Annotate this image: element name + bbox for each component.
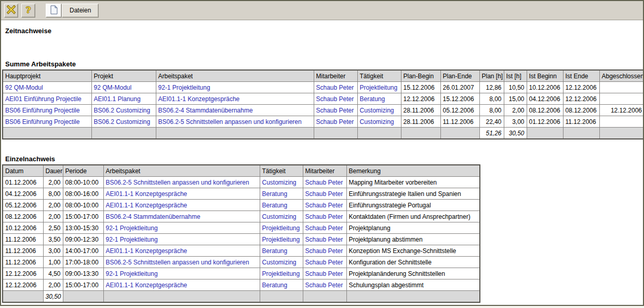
summary-total-row: 51,26 30,50 xyxy=(3,128,644,139)
datum-cell: 05.12.2006 xyxy=(3,200,43,211)
hauptprojekt-link[interactable]: AEI01 Einführung Projectile xyxy=(3,93,91,105)
taetigkeit-link[interactable]: Customizing xyxy=(357,116,401,128)
mitarbeiter-link[interactable]: Schaub Peter xyxy=(303,177,346,188)
taetigkeit-link[interactable]: Beratung xyxy=(260,188,303,200)
periode-cell: 08:00-10:00 xyxy=(63,200,103,211)
hauptprojekt-link[interactable]: 92 QM-Modul xyxy=(3,82,91,93)
mitarbeiter-link[interactable]: Schaub Peter xyxy=(303,257,346,268)
col-header-ist-ende: Ist Ende xyxy=(563,70,599,82)
projekt-link[interactable]: 92 QM-Modul xyxy=(91,82,156,93)
taetigkeit-link[interactable]: Projektleitung xyxy=(260,222,303,234)
mitarbeiter-link[interactable]: Schaub Peter xyxy=(314,105,357,116)
ist-h-cell: 15,00 xyxy=(504,93,527,105)
dateien-button[interactable]: Dateien xyxy=(62,4,99,18)
empty-cell xyxy=(527,128,563,139)
plan-h-cell: 8,00 xyxy=(479,105,504,116)
empty-cell xyxy=(563,128,599,139)
table-row: 05.12.2006 2,00 08:00-10:00 AEI01.1-1 Ko… xyxy=(3,200,480,211)
arbeitspaket-link[interactable]: 92-1 Projektleitung xyxy=(103,234,260,245)
arbeitspaket-link[interactable]: BS06.2-4 Stammdatenübernahme xyxy=(103,211,260,222)
hauptprojekt-link[interactable]: BS06 Einführung Projectile xyxy=(3,105,91,116)
mitarbeiter-link[interactable]: Schaub Peter xyxy=(303,222,346,234)
mitarbeiter-link[interactable]: Schaub Peter xyxy=(314,116,357,128)
hauptprojekt-link[interactable]: BS06 Einführung Projectile xyxy=(3,116,91,128)
help-icon: ? xyxy=(26,6,31,15)
projekt-link[interactable]: BS06.2 Customizing xyxy=(91,116,156,128)
col-header-hauptprojekt: Hauptprojekt xyxy=(3,70,91,82)
dauer-cell: 2,00 xyxy=(43,177,63,188)
ist-beginn-cell: 01.12.2006 xyxy=(527,116,563,128)
taetigkeit-link[interactable]: Beratung xyxy=(260,200,303,211)
taetigkeit-link[interactable]: Customizing xyxy=(260,211,303,222)
arbeitspaket-link[interactable]: AEI01.1-1 Konzeptgespräche xyxy=(103,279,260,291)
taetigkeit-link[interactable]: Customizing xyxy=(357,105,401,116)
help-button[interactable]: ? xyxy=(21,4,35,18)
datum-cell: 08.12.2006 xyxy=(3,211,43,222)
periode-cell: 09:00-13:30 xyxy=(63,268,103,279)
document-button[interactable] xyxy=(46,4,62,18)
dauer-cell: 1,00 xyxy=(43,257,63,268)
periode-cell: 09:00-12:30 xyxy=(63,234,103,245)
mitarbeiter-link[interactable]: Schaub Peter xyxy=(303,200,346,211)
page-title: Zeitnachweise xyxy=(5,27,639,35)
col-header-taetigkeit: Tätigkeit xyxy=(260,165,303,177)
empty-cell xyxy=(260,291,303,303)
projekt-link[interactable]: AEI01.1 Planung xyxy=(91,93,156,105)
mitarbeiter-link[interactable]: Schaub Peter xyxy=(303,245,346,257)
empty-cell xyxy=(156,128,314,139)
mitarbeiter-link[interactable]: Schaub Peter xyxy=(303,211,346,222)
arbeitspaket-link[interactable]: AEI01.1-1 Konzeptgespräche xyxy=(103,188,260,200)
mitarbeiter-link[interactable]: Schaub Peter xyxy=(303,268,346,279)
bemerkung-cell: Einführungsstrategie Italien und Spanien xyxy=(346,188,480,200)
col-header-plan-h: Plan [h] xyxy=(479,70,504,82)
arbeitspaket-link[interactable]: 92-1 Projektleitung xyxy=(156,82,314,93)
col-header-projekt: Projekt xyxy=(91,70,156,82)
col-header-dauer: Dauer xyxy=(43,165,63,177)
arbeitspaket-link[interactable]: BS06.2-4 Stammdatenübernahme xyxy=(156,105,314,116)
dauer-cell: 4,50 xyxy=(43,268,63,279)
bemerkung-cell: Projektplanänderung Schnittstellen xyxy=(346,268,480,279)
taetigkeit-link[interactable]: Customizing xyxy=(260,177,303,188)
arbeitspaket-link[interactable]: BS06.2-5 Schnittstellen anpassen und kon… xyxy=(156,116,314,128)
datum-cell: 04.12.2006 xyxy=(3,188,43,200)
dauer-cell: 2,00 xyxy=(43,200,63,211)
taetigkeit-link[interactable]: Projektleitung xyxy=(260,234,303,245)
datum-cell: 12.12.2006 xyxy=(3,268,43,279)
ist-h-cell: 10,50 xyxy=(504,82,527,93)
arbeitspaket-link[interactable]: BS06.2-5 Schnittstellen anpassen und kon… xyxy=(103,257,260,268)
empty-cell xyxy=(599,128,644,139)
dauer-cell: 3,00 xyxy=(43,245,63,257)
taetigkeit-link[interactable]: Beratung xyxy=(260,245,303,257)
mitarbeiter-link[interactable]: Schaub Peter xyxy=(314,82,357,93)
close-button[interactable] xyxy=(4,4,18,18)
plan-begin-cell: 28.11.2006 xyxy=(401,105,440,116)
taetigkeit-link[interactable]: Beratung xyxy=(357,93,401,105)
taetigkeit-link[interactable]: Beratung xyxy=(260,279,303,291)
mitarbeiter-link[interactable]: Schaub Peter xyxy=(303,188,346,200)
arbeitspaket-link[interactable]: BS06.2-5 Schnittstellen anpassen und kon… xyxy=(103,177,260,188)
mitarbeiter-link[interactable]: Schaub Peter xyxy=(303,279,346,291)
detail-table-title: Einzelnachweis xyxy=(5,155,639,163)
taetigkeit-link[interactable]: Projektleitung xyxy=(260,268,303,279)
detail-header-row: Datum Dauer Periode Arbeitspaket Tätigke… xyxy=(3,165,480,177)
arbeitspaket-link[interactable]: AEI01.1-1 Konzeptgespräche xyxy=(156,93,314,105)
table-row: 11.12.2006 3,50 09:00-12:30 92-1 Projekt… xyxy=(3,234,480,245)
empty-cell xyxy=(314,128,357,139)
dauer-cell: 3,50 xyxy=(43,234,63,245)
projekt-link[interactable]: BS06.2 Customizing xyxy=(91,105,156,116)
dauer-cell: 8,00 xyxy=(43,188,63,200)
arbeitspaket-link[interactable]: AEI01.1-1 Konzeptgespräche xyxy=(103,200,260,211)
taetigkeit-link[interactable]: Customizing xyxy=(260,257,303,268)
arbeitspaket-link[interactable]: 92-1 Projektleitung xyxy=(103,222,260,234)
periode-cell: 15:00-17:00 xyxy=(63,279,103,291)
arbeitspaket-link[interactable]: AEI01.1-1 Konzeptgespräche xyxy=(103,245,260,257)
mitarbeiter-link[interactable]: Schaub Peter xyxy=(314,93,357,105)
taetigkeit-link[interactable]: Projektleitung xyxy=(357,82,401,93)
close-icon xyxy=(6,5,16,16)
toolbar: ? Dateien xyxy=(1,1,643,20)
arbeitspaket-link[interactable]: 92-1 Projektleitung xyxy=(103,268,260,279)
mitarbeiter-link[interactable]: Schaub Peter xyxy=(303,234,346,245)
table-row: 10.12.2006 2,50 13:00-15:30 92-1 Projekt… xyxy=(3,222,480,234)
col-header-abgeschlossen: Abgeschlossen xyxy=(599,70,644,82)
plan-h-cell: 8,00 xyxy=(479,93,504,105)
